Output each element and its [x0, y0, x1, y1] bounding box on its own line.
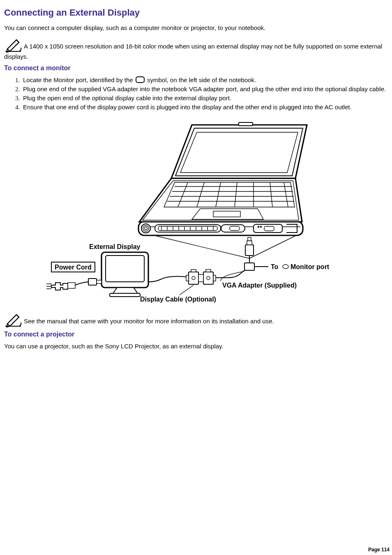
svg-rect-41 [248, 237, 251, 241]
projector-paragraph: You can use a projector, such as the Son… [4, 342, 388, 350]
svg-rect-64 [97, 280, 101, 283]
monitor-port-icon [136, 76, 145, 83]
power-plug [46, 282, 88, 290]
step-1: Locate the Monitor port, identified by t… [21, 76, 388, 84]
svg-rect-57 [213, 275, 216, 281]
notebook-body [139, 122, 307, 222]
notebook-side-rail [138, 221, 303, 235]
step-1a: Locate the Monitor port, identified by t… [23, 76, 135, 83]
svg-point-46 [283, 265, 288, 269]
svg-point-5 [145, 227, 148, 230]
to-port-suffix: Monitor port [291, 263, 330, 270]
page-title: Connecting an External Display [4, 7, 388, 18]
svg-line-36 [156, 236, 249, 258]
note-resolution-text: A 1400 x 1050 screen resolution and 16-b… [4, 43, 382, 60]
svg-rect-53 [206, 269, 211, 272]
svg-rect-35 [239, 122, 253, 126]
svg-rect-55 [198, 274, 203, 282]
svg-rect-39 [245, 245, 254, 256]
svg-rect-67 [68, 283, 75, 288]
svg-rect-42 [244, 263, 254, 270]
diagram-svg: To Monitor port VGA Adapter (Supplied) [44, 121, 348, 306]
note-manual: See the manual that came with your monit… [4, 313, 388, 327]
svg-text:To: To [271, 263, 279, 270]
step-3: Plug the open end of the optional displa… [21, 94, 388, 102]
svg-rect-56 [186, 275, 189, 281]
svg-rect-18 [230, 226, 240, 230]
heading-connect-projector: To connect a projector [4, 331, 388, 338]
svg-text:Monitor port: Monitor port [291, 263, 330, 270]
svg-rect-68 [5, 326, 21, 327]
pencil-note-icon [4, 313, 22, 327]
svg-text:Display Cable (Optional): Display Cable (Optional) [140, 296, 216, 303]
svg-rect-61 [106, 256, 144, 282]
svg-point-22 [260, 226, 262, 227]
intro-paragraph: You can connect a computer display, such… [4, 24, 388, 32]
svg-rect-50 [191, 269, 196, 272]
external-monitor [88, 252, 186, 297]
document-page: Connecting an External Display You can c… [0, 0, 392, 555]
to-port-prefix: To [271, 263, 279, 270]
pencil-note-icon [4, 39, 22, 53]
note-resolution: A 1400 x 1050 screen resolution and 16-b… [4, 39, 388, 61]
svg-line-37 [249, 236, 295, 258]
step-1b: symbol, on the left side of the notebook… [145, 76, 256, 83]
heading-connect-monitor: To connect a monitor [4, 64, 388, 72]
step-2: Plug one end of the supplied VGA adapter… [21, 85, 388, 93]
note-manual-text: See the manual that came with your monit… [24, 318, 274, 325]
steps-list: Locate the Monitor port, identified by t… [14, 76, 388, 112]
svg-text:VGA Adapter (Supplied): VGA Adapter (Supplied) [222, 282, 297, 289]
svg-rect-34 [213, 211, 240, 217]
step-4: Ensure that one end of the display power… [21, 103, 388, 111]
label-power-cord: Power Cord [51, 262, 95, 272]
figure-external-display: To Monitor port VGA Adapter (Supplied) [4, 121, 388, 307]
svg-rect-63 [88, 279, 97, 285]
svg-line-58 [180, 285, 194, 295]
label-external-display: External Display [89, 243, 141, 250]
svg-text:Power Cord: Power Cord [55, 264, 92, 271]
svg-rect-0 [5, 51, 21, 52]
label-to-monitor-port: To Monitor port [254, 263, 330, 270]
svg-rect-62 [110, 293, 140, 297]
label-display-cable: Display Cable (Optional) [140, 285, 216, 303]
callout-lines [156, 236, 295, 258]
svg-rect-20 [264, 226, 274, 231]
svg-point-21 [258, 226, 259, 227]
page-number: Page 114 [368, 547, 390, 553]
svg-rect-40 [247, 241, 252, 245]
label-vga-adapter: VGA Adapter (Supplied) [221, 271, 297, 289]
vga-adapter [244, 237, 267, 270]
svg-point-51 [192, 276, 195, 280]
svg-point-54 [207, 276, 210, 280]
